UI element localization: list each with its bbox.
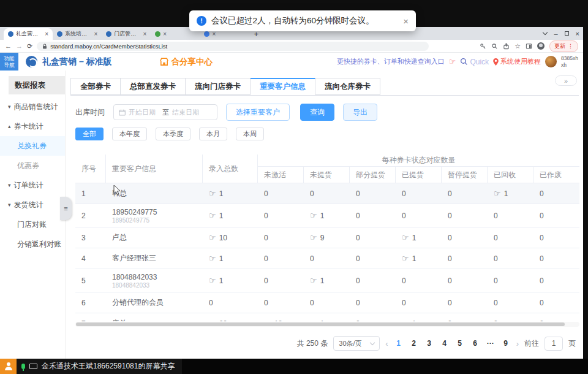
function-nav-button[interactable]: 功能导航 [0, 53, 18, 71]
share-center-link[interactable]: 合分享中心 [160, 56, 213, 67]
password-key-icon[interactable] [480, 43, 486, 50]
screen-share-text: 金禾通技术王斌18662591081的屏幕共享 [42, 361, 175, 372]
forward-icon[interactable]: → [16, 42, 23, 50]
end-date-input[interactable] [172, 109, 203, 116]
date-range-input[interactable]: 至 [113, 104, 217, 120]
page-size-select[interactable]: 30条/页 [333, 336, 380, 351]
tab-search-chevron-icon[interactable] [543, 30, 548, 35]
value: 9 [320, 234, 325, 242]
page-number[interactable]: 4 [440, 339, 450, 348]
export-button[interactable]: 导出 [343, 104, 377, 121]
tab-close-icon[interactable]: × [94, 31, 97, 37]
table-row[interactable]: 1韩总☞100000☞10 [75, 183, 579, 204]
reload-icon[interactable]: ⟳ [27, 42, 32, 50]
microphone-icon[interactable] [21, 364, 25, 369]
value: 1 [320, 212, 325, 220]
app-title: 礼盒营销 – 标准版 [42, 56, 112, 67]
sidebar-item-label: 兑换礼券 [17, 141, 47, 151]
split-view-icon[interactable] [526, 43, 532, 50]
content-tab[interactable]: 流向门店券卡 [186, 78, 251, 95]
table-row[interactable]: 3卢总☞100☞90☞1000 [75, 227, 579, 248]
page-number[interactable]: 3 [424, 339, 434, 348]
content-tab[interactable]: 重要客户信息 [251, 78, 315, 95]
address-bar[interactable]: standard.maboy.cn/CardMemberStatisticsLi… [37, 42, 429, 51]
horizontal-scrollbar[interactable] [75, 322, 579, 327]
select-important-customer-button[interactable]: 选择重要客户 [226, 104, 290, 121]
table-row[interactable]: 4客户经理张三☞1000☞1000 [75, 248, 579, 269]
page-number[interactable]: 9 [501, 339, 511, 348]
menu-lines-icon: ≡ [64, 205, 67, 212]
page-ellipsis[interactable]: ··· [486, 339, 496, 348]
tab-close-icon[interactable]: × [212, 31, 216, 37]
minimize-button[interactable]: – [554, 30, 557, 37]
tab-close-icon[interactable]: × [45, 31, 48, 37]
zoom-icon[interactable] [491, 43, 498, 50]
quick-filter-button[interactable]: 全部 [75, 128, 104, 140]
next-page-button[interactable]: › [516, 339, 519, 348]
content-tab[interactable]: 全部券卡 [70, 78, 121, 95]
value: 0 [448, 212, 452, 220]
page-number[interactable]: 1 [394, 339, 404, 348]
value-cell: 0 [488, 234, 533, 242]
table-row[interactable]: 51804884203318048842033☞10☞100000 [75, 269, 579, 292]
value-cell: 0 [350, 277, 396, 285]
prev-page-button[interactable]: ‹ [385, 339, 388, 348]
value: 18 [274, 319, 282, 322]
sidebar-item[interactable]: ▾发货统计 [0, 195, 65, 215]
value-cell: 0 [442, 277, 488, 285]
start-date-input[interactable] [129, 109, 159, 116]
table-row[interactable]: 6分销代理的会员00000000 [75, 292, 579, 313]
expand-panel-button[interactable]: » [555, 75, 577, 86]
value-cell: ☞1 [304, 319, 350, 322]
value-cell: ☞1 [203, 277, 258, 285]
sidebar-item[interactable]: ▾商品销售统计 [0, 97, 65, 116]
bookmark-star-icon[interactable]: ☆ [514, 42, 521, 50]
value-cell: ☞1 [203, 212, 258, 220]
table-row[interactable]: 7唐总☞20☞18☞10☞1000 [75, 313, 579, 321]
quick-filter-button[interactable]: 本周 [236, 128, 264, 140]
share-icon[interactable] [503, 43, 510, 50]
tab-close-icon[interactable]: × [143, 31, 146, 37]
quick-search[interactable]: Quick [460, 58, 489, 66]
browser-tab[interactable]: 系统培训学习× [53, 28, 102, 40]
restore-button[interactable] [565, 31, 569, 36]
content-tab[interactable]: 流向仓库券卡 [315, 78, 380, 95]
value-cell: 0 [304, 299, 350, 307]
quick-filter-button[interactable]: 本年度 [112, 128, 147, 140]
content-tab[interactable]: 总部直发券卡 [121, 78, 186, 95]
participant-icon[interactable] [0, 359, 17, 374]
page-number[interactable]: 5 [455, 339, 465, 348]
table-row[interactable]: 21895024977518950249775☞10☞100000 [75, 204, 579, 227]
goto-page-input[interactable] [545, 337, 563, 351]
sidebar-item[interactable]: 分销返利对账 [0, 234, 65, 254]
sidebar-item[interactable]: ▾订单统计 [0, 175, 65, 195]
quick-filter-button[interactable]: 本月 [199, 128, 227, 140]
update-browser-button[interactable]: 更新⋮ [549, 40, 578, 52]
value-cell: 0 [258, 299, 304, 307]
user-avatar[interactable] [545, 56, 557, 67]
toast-close-icon[interactable]: × [403, 16, 409, 26]
system-tutorial-link[interactable]: 系统使用教程 [493, 57, 541, 66]
sidebar-item[interactable]: 门店对账 [0, 215, 65, 234]
window-close-button[interactable]: × [576, 30, 579, 37]
value-cell: 0 [488, 277, 533, 285]
back-icon[interactable]: ← [5, 42, 12, 50]
page-number[interactable]: 6 [470, 339, 480, 348]
tab-close-icon[interactable]: × [163, 31, 167, 37]
browser-tab[interactable]: 门店管理中心× [102, 28, 151, 40]
value-cell: 0 [442, 212, 488, 220]
value: 0 [356, 319, 360, 322]
scrollbar-thumb[interactable] [76, 322, 565, 326]
browser-tab[interactable]: 礼盒营销平台管理中心× [4, 28, 53, 40]
sidebar-item[interactable]: 优惠券 [0, 156, 65, 175]
sidebar-item[interactable]: ▴券卡统计 [0, 116, 65, 136]
pointer-hand-icon: ☞ [209, 212, 216, 219]
value: 0 [494, 319, 498, 322]
caret-down-icon: ▾ [8, 104, 11, 110]
query-button[interactable]: 查询 [300, 104, 334, 121]
sidebar-item[interactable]: 兑换礼券 [0, 136, 65, 156]
browser-profile-icon[interactable] [537, 42, 545, 50]
sidebar-collapse-handle[interactable]: ≡ [60, 197, 72, 220]
quick-filter-button[interactable]: 本季度 [156, 128, 190, 140]
page-number[interactable]: 2 [409, 339, 419, 348]
